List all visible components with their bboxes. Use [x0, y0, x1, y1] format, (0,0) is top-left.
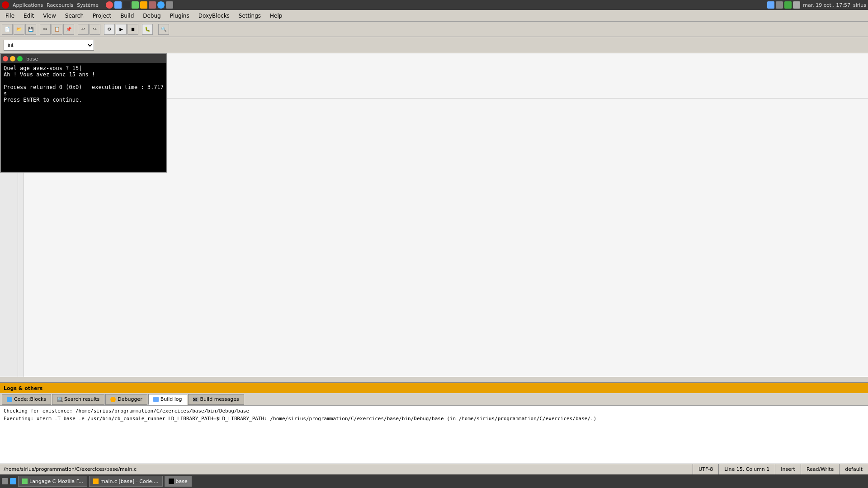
- redo-btn[interactable]: ↪: [90, 24, 100, 35]
- search-results-icon: 🔍: [57, 397, 62, 402]
- keyboard-icon[interactable]: [793, 1, 800, 9]
- tab-build-log-label: Build log: [160, 396, 182, 402]
- firefox-icon[interactable]: [106, 1, 113, 9]
- raccourcis-menu[interactable]: Raccourcis: [47, 2, 73, 8]
- logs-header: Logs & others: [0, 383, 868, 393]
- status-rw: Read/Write: [801, 464, 839, 475]
- save-btn[interactable]: 💾: [25, 24, 36, 35]
- base-tb-icon: [169, 479, 174, 484]
- tab-build-messages[interactable]: ✉ Build messages: [188, 394, 244, 405]
- taskbar-item-langage[interactable]: Langage C-Mozilla F...: [18, 476, 87, 487]
- taskbar-start-icon: [2, 478, 8, 484]
- menu-help[interactable]: Help: [266, 12, 286, 20]
- menu-doxyblocks[interactable]: DoxyBlocks: [195, 12, 233, 20]
- log-line-1: Checking for existence: /home/sirius/pro…: [4, 408, 864, 415]
- stop-btn[interactable]: ⏹: [127, 24, 138, 35]
- menu-plugins[interactable]: Plugins: [166, 12, 193, 20]
- type-selector-row: int void char float: [0, 37, 868, 53]
- tool4-icon[interactable]: [166, 1, 173, 9]
- taskbar-right: mar. 19 oct., 17:57 sirius: [767, 1, 866, 9]
- status-encoding: UTF-8: [693, 464, 718, 475]
- menu-project[interactable]: Project: [89, 12, 115, 20]
- tab-build-log[interactable]: Build log: [148, 394, 187, 405]
- toolbar: 📄 📂 💾 ✂ 📋 📌 ↩ ↪ ⚙ ▶ ⏹ 🐛 🔍: [0, 22, 868, 37]
- tab-code-blocks[interactable]: Code::Blocks: [2, 394, 51, 405]
- menu-build[interactable]: Build: [117, 12, 137, 20]
- network-icon[interactable]: [767, 1, 774, 9]
- open-btn[interactable]: 📂: [14, 24, 24, 35]
- taskbar-item-base[interactable]: base: [165, 476, 192, 487]
- copy-btn[interactable]: 📋: [52, 24, 62, 35]
- status-position: Line 15, Column 1: [718, 464, 775, 475]
- app-icon: [2, 1, 9, 9]
- terminal-title: base: [26, 56, 38, 62]
- systeme-menu[interactable]: Système: [77, 2, 99, 8]
- menu-file[interactable]: File: [2, 12, 18, 20]
- langage-icon: [22, 479, 28, 484]
- taskbar-left: Applications Raccourcis Système: [2, 1, 173, 9]
- logs-tabs: Code::Blocks 🔍 Search results Debugger B…: [0, 393, 868, 406]
- tab-debugger[interactable]: Debugger: [105, 394, 147, 405]
- terminal-close-btn[interactable]: [3, 56, 8, 61]
- file-path-label: /home/sirius/programmation/C/exercices/b…: [4, 466, 137, 472]
- terminal-min-btn[interactable]: [10, 56, 15, 61]
- files-icon[interactable]: [114, 1, 122, 9]
- logs-content: Checking for existence: /home/sirius/pro…: [0, 406, 868, 464]
- tab-build-messages-label: Build messages: [200, 396, 239, 402]
- menu-view[interactable]: View: [39, 12, 59, 20]
- status-lang: default: [839, 464, 868, 475]
- taskbar-item-editor[interactable]: main.c [base] - Code:...: [89, 476, 163, 487]
- top-taskbar: Applications Raccourcis Système mar. 19 …: [0, 0, 868, 10]
- log-line-2: Executing: xterm -T base -e /usr/bin/cb_…: [4, 415, 864, 423]
- logs-panel: Logs & others Code::Blocks 🔍 Search resu…: [0, 382, 868, 464]
- debugger-icon: [110, 397, 116, 402]
- statusbar: /home/sirius/programmation/C/exercices/b…: [0, 464, 868, 474]
- status-right: UTF-8 Line 15, Column 1 Insert Read/Writ…: [693, 464, 868, 475]
- status-filepath: /home/sirius/programmation/C/exercices/b…: [0, 466, 693, 472]
- terminal-body[interactable]: Quel age avez-vous ? 15| Ah ! Vous avez …: [1, 63, 166, 172]
- main-content: base Quel age avez-vous ? 15| Ah ! Vous …: [0, 53, 868, 377]
- tool1-icon[interactable]: [140, 1, 147, 9]
- build-messages-icon: ✉: [193, 397, 198, 402]
- menubar: File Edit View Search Project Build Debu…: [0, 10, 868, 22]
- tab-search-results-label: Search results: [64, 396, 99, 402]
- build-log-icon: [153, 397, 159, 402]
- debug-btn[interactable]: 🐛: [142, 24, 153, 35]
- user-label: sirius: [853, 2, 866, 8]
- paste-btn[interactable]: 📌: [63, 24, 74, 35]
- terminal-titlebar: base: [1, 54, 166, 63]
- terminal-icon[interactable]: [123, 1, 130, 9]
- tab-search-results[interactable]: 🔍 Search results: [52, 394, 104, 405]
- datetime-label: mar. 19 oct., 17:57: [803, 2, 850, 8]
- menu-search[interactable]: Search: [61, 12, 87, 20]
- menu-edit[interactable]: Edit: [20, 12, 38, 20]
- ide-window: File Edit View Search Project Build Debu…: [0, 10, 868, 474]
- status-mode: Insert: [775, 464, 801, 475]
- taskbar-desktop-icon: [10, 478, 16, 484]
- search-tb-btn[interactable]: 🔍: [158, 24, 169, 35]
- horizontal-scrollbar[interactable]: [0, 377, 868, 382]
- editor-icon[interactable]: [132, 1, 139, 9]
- editor-tb-icon: [93, 479, 99, 484]
- menu-settings[interactable]: Settings: [235, 12, 264, 20]
- volume-icon[interactable]: [776, 1, 783, 9]
- cut-btn[interactable]: ✂: [40, 24, 51, 35]
- taskbar-langage-label: Langage C-Mozilla F...: [29, 479, 83, 484]
- applications-menu[interactable]: Applications: [13, 2, 43, 8]
- new-btn[interactable]: 📄: [2, 24, 13, 35]
- tool2-icon[interactable]: [149, 1, 156, 9]
- run-btn[interactable]: ▶: [116, 24, 127, 35]
- code-blocks-icon: [7, 397, 12, 402]
- build-btn[interactable]: ⚙: [104, 24, 115, 35]
- logs-title: Logs & others: [4, 385, 42, 391]
- type-selector[interactable]: int void char float: [4, 40, 94, 51]
- menu-debug[interactable]: Debug: [139, 12, 164, 20]
- terminal-max-btn[interactable]: [17, 56, 23, 61]
- taskbar-editor-label: main.c [base] - Code:...: [100, 479, 159, 484]
- undo-btn[interactable]: ↩: [78, 24, 89, 35]
- tool3-icon[interactable]: [157, 1, 165, 9]
- tab-code-blocks-label: Code::Blocks: [14, 396, 46, 402]
- tab-debugger-label: Debugger: [118, 396, 142, 402]
- bottom-taskbar: Langage C-Mozilla F... main.c [base] - C…: [0, 474, 868, 488]
- battery-icon[interactable]: [784, 1, 792, 9]
